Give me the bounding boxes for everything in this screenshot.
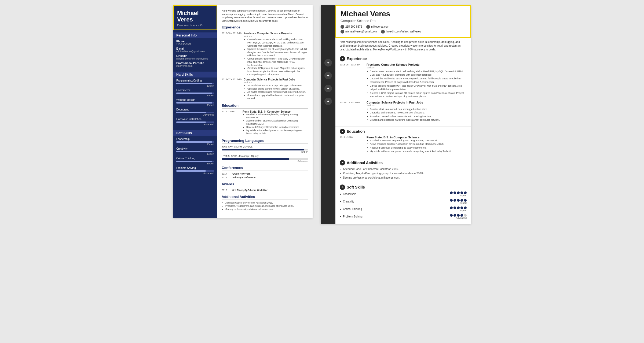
- contact-linkedin: linkedin.com/in/michaelfveres: [381, 30, 421, 34]
- bullet: As waiter, created online menu site with…: [247, 91, 308, 94]
- skill-item: Leadership Expert: [176, 138, 214, 146]
- entry-bullets: Excelled in software engineering and pro…: [243, 113, 308, 135]
- dots-container: [450, 206, 467, 209]
- contact-row: 215-290-8372 mikeveres.com: [341, 25, 466, 29]
- entry2-date: 2016-06 - 2017-10: [340, 63, 364, 99]
- bullet2: GitHub project: "tensorflow." Fixed faul…: [367, 84, 467, 91]
- soft-skill2-name: Leadership: [343, 193, 450, 196]
- skill-level: Expert: [176, 104, 214, 106]
- entry2-date: 2012 - 2016: [340, 136, 364, 153]
- skill-item: Webapp Design Expert: [176, 98, 214, 106]
- dot-filled: [460, 191, 463, 194]
- phone-value: 215-290-8372: [176, 43, 214, 46]
- bullet2: As waiter, created online menu site with…: [367, 115, 467, 119]
- bullet: GitHub project: "tensorflow." Fixed faul…: [247, 57, 308, 67]
- entry-bullets: As retail clerk in a mom & pop, debugged…: [244, 84, 308, 100]
- soft-skill2-level: Advanced: [453, 217, 467, 219]
- soft-skill2-row: • Critical Thinking Expert: [340, 206, 467, 212]
- experience-title1: Experience: [222, 25, 308, 30]
- resume1-title: Computer Science Pro: [177, 24, 213, 27]
- sidebar-header: Michael Veres Computer Science Pro: [173, 5, 217, 30]
- entry-title: Freelance Computer Science Projects: [244, 32, 308, 35]
- skill-bar-bg: [176, 141, 214, 143]
- award-name: 3rd Place, SpOJ.com CodeWar: [232, 189, 268, 191]
- skill-bar-fill: [176, 102, 212, 104]
- skill-level: Advanced: [176, 113, 214, 116]
- conferences-title: Conferences: [222, 166, 308, 171]
- skill-item: Creativity Expert: [176, 147, 214, 155]
- main-content1: Hard-working computer science specialist…: [217, 5, 313, 218]
- awards-title: Awards: [222, 182, 308, 187]
- entry-date: 2016-06 - 2017-10: [222, 32, 241, 76]
- skill-bar-bg: [176, 170, 214, 172]
- experience-entry: 2016-06 - 2017-10 Freelance Computer Sci…: [222, 32, 308, 76]
- skill-level: Expert: [176, 162, 214, 165]
- education-entry: 2012 - 2016 Penn State, B.S. in Computer…: [222, 110, 308, 135]
- linkedin-value: linkedin.com/in/michaelfveres: [176, 57, 214, 60]
- activities-title: Additional Activities: [222, 195, 308, 200]
- summary1: Hard-working computer science specialist…: [222, 9, 308, 23]
- contact-phone: 215-290-8372: [341, 25, 362, 29]
- soft-skill2-name: Critical Thinking: [343, 208, 450, 211]
- skill-level: Advanced: [176, 172, 214, 175]
- skill-name: Creativity: [176, 147, 214, 150]
- entry2-bullets: Created an ecommerce site to sell walkin…: [367, 70, 467, 99]
- sidebar2: ✦ ✦ ✦ ✦: [321, 5, 335, 224]
- linkedin-label: LinkedIn: [176, 54, 214, 57]
- award-year: 2016: [222, 189, 230, 191]
- email-icon2: [341, 30, 344, 34]
- resume1: Michael Veres Computer Science Pro Perso…: [173, 5, 313, 218]
- entry-bullets: Created an ecommerce site to sell walkin…: [244, 38, 308, 76]
- conf-name: QCon New York: [232, 172, 250, 175]
- bullet2: Created an ecommerce site to sell walkin…: [367, 70, 467, 77]
- dot-filled: [457, 191, 460, 194]
- bullet2: Received Schreyer Scholarship to study e…: [367, 146, 467, 150]
- bullet-icon: •: [340, 215, 343, 219]
- skill-item: Programming/Coding Expert: [176, 79, 214, 87]
- bullet2: As retail clerk in a mom & pop, debugged…: [367, 108, 467, 111]
- dot-filled: [453, 214, 456, 217]
- bullet2: Upgraded online store to newest version …: [367, 111, 467, 115]
- conf-year: 2017: [222, 172, 230, 175]
- skill-item: Problem Solving Advanced: [176, 167, 214, 175]
- activity-bullet: See my professional portfolio at mikever…: [225, 208, 308, 211]
- education-section2: ● Education 2012 - 2016 Penn State, B.S.…: [335, 127, 471, 158]
- website2: mikeveres.com: [371, 25, 389, 28]
- skill-name: Leadership: [176, 138, 214, 141]
- bullet-icon: •: [340, 207, 343, 211]
- dot-filled: [450, 191, 453, 194]
- bullet: Updated the mobile site at MoneyMoneyWor…: [247, 48, 308, 57]
- activities-section: Additional Activities Attended Code For …: [222, 195, 308, 211]
- softskills-header2: ⚙ Soft Skills: [340, 185, 467, 190]
- conf-name: Velocity Conference: [232, 176, 255, 179]
- skill-bar-bg: [176, 112, 214, 113]
- soft-skill2-name: Problem Solving: [343, 215, 450, 218]
- entry2-title: Penn State, B.S. in Computer Science: [367, 136, 467, 139]
- dot-filled: [460, 214, 463, 217]
- experience-title2: Experience: [347, 57, 367, 61]
- resume2-header: Michael Veres Computer Science Pro 215-2…: [335, 5, 471, 38]
- awards-section: Awards 2016 3rd Place, SpOJ.com CodeWar: [222, 182, 308, 191]
- phone-label: Phone: [176, 40, 214, 43]
- prog-lang-title: Programming Languages: [222, 139, 308, 144]
- entry2-bullets: As retail clerk in a mom & pop, debugged…: [367, 108, 467, 122]
- bullet: Excelled in software engineering and pro…: [246, 113, 308, 120]
- entry-date: 2012-07 - 2017-10: [222, 78, 241, 100]
- soft-skill2-name: Creativity: [343, 200, 450, 203]
- soft-skill2-row: • Problem Solving Advanced: [340, 214, 467, 220]
- skill-bar-fill: [176, 151, 212, 152]
- activity2-bullet: •Attended Code For Princeton Hackathon 2…: [340, 167, 467, 171]
- soft-skill2-row: • Creativity Expert: [340, 199, 467, 205]
- personal-info-title: Personal Info: [173, 32, 217, 38]
- skill-bar-fill: [176, 141, 212, 143]
- skill-level: Advanced: [176, 123, 214, 126]
- lang-level: Advanced: [222, 160, 308, 163]
- activities-header2: ★ Additional Activities: [340, 160, 467, 165]
- lang-name: HTML5, CSS3, Javascript, JQuery: [222, 155, 308, 157]
- skill-name: Hardware Installation: [176, 118, 214, 121]
- soft-skills-title: Soft Skills: [173, 130, 217, 136]
- soft-skill2-level: Expert: [453, 194, 467, 197]
- soft-skills2-section: ⚙ Soft Skills • Leadership Expert • Crea…: [335, 182, 471, 224]
- skill-item: Hardware Installation Advanced: [176, 118, 214, 126]
- skill-bar-fill: [176, 83, 212, 84]
